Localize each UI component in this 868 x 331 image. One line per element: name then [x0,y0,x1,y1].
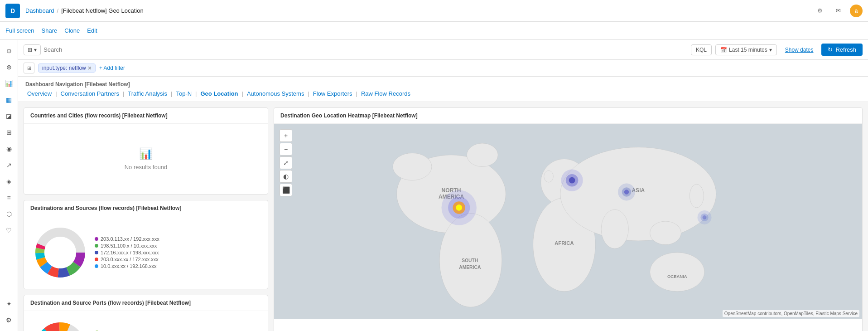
sidebar-item-apm[interactable]: ↗ [2,158,16,172]
siem-icon: ◈ [6,178,11,185]
nav-link-raw-flow-records[interactable]: Raw Flow Records [359,90,412,97]
panel-destinations-sources-body: 203.0.113.xx / 192.xxx.xxx 198.51.100.x … [24,216,268,289]
sidebar-item-canvas[interactable]: ◪ [2,109,16,123]
destinations-sources-legend: 203.0.113.xx / 192.xxx.xxx 198.51.100.x … [95,236,159,269]
time-selector[interactable]: 📅 Last 15 minutes ▾ [715,44,777,55]
legend-dot-1 [95,244,98,248]
breadcrumb-current: [Filebeat Netflow] Geo Location [61,7,143,14]
time-label: Last 15 minutes [729,47,767,53]
filter-chip-netflow: input.type: netflow × [38,63,96,73]
filter-bar: ⊞ ▾ KQL 📅 Last 15 minutes ▾ Show dates ↻… [18,40,868,60]
legend-dot-2 [95,251,98,254]
no-results-icon: 📊 [139,147,153,160]
svg-point-29 [650,221,681,245]
panel-countries-cities: Countries and Cities (flow records) [Fil… [24,107,268,195]
nav-link-overview[interactable]: Overview [25,90,53,97]
mail-icon[interactable]: ✉ [832,5,844,17]
settings-icon: ⚙ [6,316,12,324]
nav-link-conversation-partners[interactable]: Conversation Partners [59,90,121,97]
no-results-countries: 📊 No results found [29,129,262,189]
donut-chart-ports [33,320,87,331]
sidebar-item-settings[interactable]: ⚙ [2,313,16,327]
edit-link[interactable]: Edit [87,27,97,34]
nav-link-traffic-analysis[interactable]: Traffic Analysis [126,90,169,97]
show-dates-button[interactable]: Show dates [781,45,818,55]
hotspot-core-asia [624,190,629,194]
sidebar-item-home[interactable]: ⊙ [2,44,16,58]
sidebar-item-siem[interactable]: ◈ [2,174,16,189]
sidebar-item-discover[interactable]: ⊚ [2,60,16,74]
sidebar-item-ml[interactable]: ◉ [2,141,16,156]
nav-link-geo-location[interactable]: Geo Location [198,90,240,97]
legend-item-1: 198.51.100.x / 10.xxx.xxx [95,243,159,248]
filter-chip-label: input.type: netflow [42,65,86,71]
nav-links: Overview | Conversation Partners | Traff… [25,90,861,97]
panel-dest-source-ports: Destination and Source Ports (flow recor… [24,295,268,331]
sidebar-item-uptime[interactable]: ♡ [2,223,16,238]
dashboard-link[interactable]: Dashboard [25,7,54,14]
breadcrumb-sep: / [57,7,59,14]
svg-text:AMERICA: AMERICA [459,265,481,270]
panel-destinations-sources: Destinations and Sources (flow records) … [24,200,268,289]
legend-dot-3 [95,258,98,261]
kql-button[interactable]: KQL [691,44,712,55]
content-area: ⊞ ▾ KQL 📅 Last 15 minutes ▾ Show dates ↻… [18,40,868,331]
canvas-icon: ◪ [6,112,12,120]
sidebar-item-infra[interactable]: ⬡ [2,207,16,221]
gear-icon[interactable]: ⚙ [814,5,826,17]
sidebar-item-maps[interactable]: ⊞ [2,125,16,140]
action-bar: Full screen Share Clone Edit [0,22,868,40]
filter-group-icon[interactable]: ⊞ [24,63,34,73]
svg-point-28 [601,209,628,248]
zoom-out-button[interactable]: − [280,143,292,156]
chevron-down-icon: ▾ [769,47,772,53]
search-input[interactable] [43,46,687,53]
svg-text:OCEANIA: OCEANIA [667,274,687,279]
nav-link-top-n[interactable]: Top-N [174,90,193,97]
zoom-in-button[interactable]: + [280,129,292,142]
svg-point-26 [650,253,704,292]
filter-chip-row: ⊞ input.type: netflow × + Add filter [18,60,868,77]
sidebar-item-dev[interactable]: ✦ [2,297,16,311]
filter-toggle-btn[interactable]: ⊞ ▾ [24,44,41,55]
dashboard-icon: ▦ [6,96,12,103]
svg-point-30 [690,184,704,208]
sidebar-item-dashboard[interactable]: ▦ [2,92,16,107]
fit-bounds-button[interactable]: ⤢ [280,156,292,169]
panel-countries-cities-header: Countries and Cities (flow records) [Fil… [24,108,268,124]
clone-link[interactable]: Clone [64,27,80,34]
ml-icon: ◉ [6,145,12,152]
map-controls: + − ⤢ ◐ ⬛ [280,129,292,196]
map-container: + − ⤢ ◐ ⬛ [274,124,862,319]
left-panels: Countries and Cities (flow records) [Fil… [24,107,268,331]
nav-link-autonomous-systems[interactable]: Autonomous Systems [245,90,306,97]
refresh-button[interactable]: ↻ Refresh [821,44,863,56]
legend-label-3: 203.0.xxx.xx / 172.xxx.xxx [101,257,159,262]
nav-link-flow-exporters[interactable]: Flow Exporters [311,90,354,97]
layer-settings-button[interactable]: ◐ [280,170,292,183]
ports-chart: 443 53 3306 [29,316,262,331]
svg-text:AFRICA: AFRICA [555,240,574,246]
share-link[interactable]: Share [42,27,58,34]
user-avatar[interactable]: a [850,5,863,17]
home-icon: ⊙ [6,47,12,54]
filter-dropdown-icon: ▾ [34,47,37,53]
maps-icon: ⊞ [6,129,12,136]
fullscreen-map-button[interactable]: ⬛ [280,184,292,196]
fullscreen-link[interactable]: Full screen [5,27,34,34]
sidebar-item-visualize[interactable]: 📊 [2,76,16,91]
panel-destinations-sources-header: Destinations and Sources (flow records) … [24,200,268,216]
panel-countries-cities-body: 📊 No results found [24,124,268,194]
infra-icon: ⬡ [6,210,12,218]
svg-point-21 [467,143,498,167]
top-bar: D Dashboard / [Filebeat Netflow] Geo Loc… [0,0,868,22]
add-filter-button[interactable]: + Add filter [99,65,125,71]
dev-icon: ✦ [6,300,12,307]
svg-point-10 [44,237,76,268]
sidebar-item-logs[interactable]: ≡ [2,190,16,205]
svg-point-31 [544,170,554,182]
filter-table-icon: ⊞ [28,47,32,53]
filter-chip-close[interactable]: × [88,65,92,71]
hotspot-core-us [456,204,462,211]
legend-item-3: 203.0.xxx.xx / 172.xxx.xxx [95,257,159,262]
